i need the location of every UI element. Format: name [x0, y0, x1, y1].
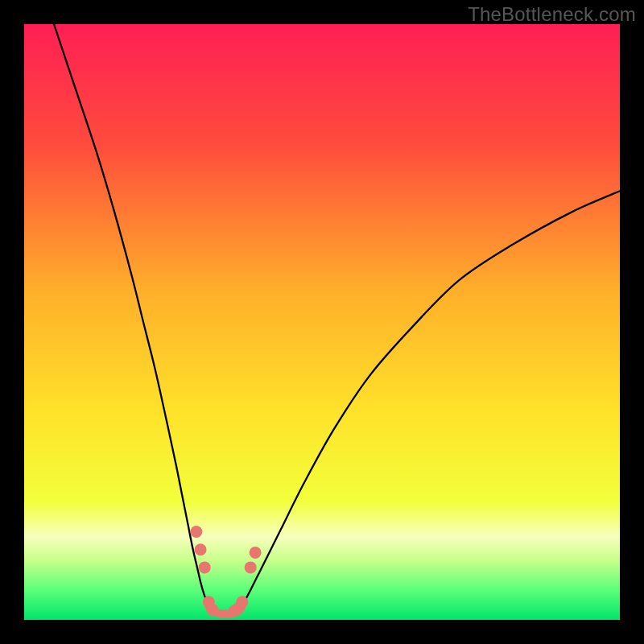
marker-left-2 — [199, 561, 211, 573]
marker-left-1 — [195, 543, 207, 555]
watermark-text: TheBottleneck.com — [468, 3, 636, 26]
plot-area — [24, 24, 620, 620]
marker-right-9 — [250, 547, 262, 559]
marker-right-8 — [245, 561, 257, 573]
marker-left-4 — [206, 604, 218, 616]
gradient-background — [24, 24, 620, 620]
marker-left-0 — [190, 526, 202, 538]
chart-svg — [24, 24, 620, 620]
marker-right-7 — [236, 596, 248, 608]
chart-figure: TheBottleneck.com — [0, 0, 644, 644]
